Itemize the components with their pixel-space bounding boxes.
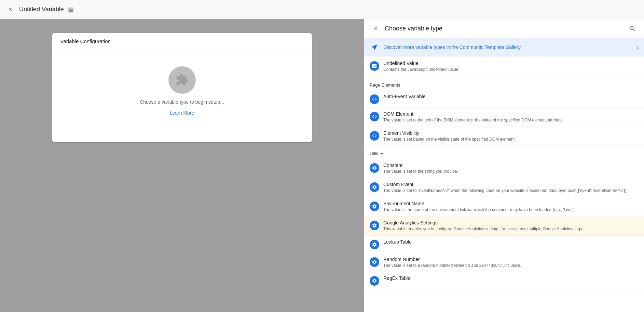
panel-close-button[interactable]: ×	[370, 23, 382, 35]
config-icon-circle	[168, 66, 196, 94]
section-label: Utilities	[364, 146, 644, 159]
right-panel: × Choose variable type Discover more var…	[364, 19, 644, 312]
item-name: Environment Name	[383, 201, 639, 206]
community-template-row[interactable]: Discover more variable types in the Comm…	[364, 38, 644, 56]
code-icon	[370, 94, 379, 104]
top-bar: × Untitled Variable ▤	[0, 0, 644, 19]
undefined-name: Undefined Value	[383, 61, 639, 66]
item-name: Auto-Event Variable	[383, 94, 639, 99]
search-button[interactable]	[626, 23, 639, 35]
undefined-icon	[370, 61, 379, 71]
item-desc: The value is set to the string you provi…	[383, 169, 639, 174]
item-text: DOM ElementThe value is set to the text …	[383, 111, 639, 123]
item-text: Environment NameThe value is the name of…	[383, 201, 639, 213]
item-name: Lookup Table	[383, 239, 639, 245]
section-label: Page Elements	[364, 77, 644, 90]
item-name: DOM Element	[383, 111, 639, 117]
item-text: Google Analytics SettingsThis variable e…	[383, 220, 639, 232]
item-text: RegEx Table	[383, 275, 639, 282]
code-icon	[370, 112, 379, 121]
variable-item[interactable]: Element VisibilityThe value is set based…	[364, 127, 644, 146]
community-icon	[370, 42, 379, 52]
code-icon	[370, 131, 379, 141]
item-name: Random Number	[383, 257, 639, 262]
item-name: Google Analytics Settings	[383, 220, 639, 225]
close-button[interactable]: ×	[5, 5, 15, 14]
item-text: Lookup Table	[383, 239, 639, 245]
sections-container: Page ElementsAuto-Event VariableDOM Elem…	[364, 77, 644, 290]
variable-item[interactable]: Lookup Table	[364, 236, 644, 253]
item-text: ConstantThe value is set to the string y…	[383, 162, 639, 174]
variable-item[interactable]: DOM ElementThe value is set to the text …	[364, 108, 644, 127]
panel-header: × Choose variable type	[364, 19, 644, 38]
item-name: RegEx Table	[383, 275, 639, 281]
gear-icon	[370, 276, 379, 286]
gear-icon	[370, 257, 379, 267]
item-text: Auto-Event Variable	[383, 94, 639, 100]
variable-item[interactable]: Environment NameThe value is the name of…	[364, 197, 644, 217]
variable-config-card: Variable Configuration Choose a variable…	[52, 33, 312, 142]
learn-more-link[interactable]: Learn More	[170, 110, 194, 116]
item-text: Custom EventThe value is set to "eventNa…	[383, 182, 639, 194]
main-content: Variable Configuration Choose a variable…	[0, 19, 644, 312]
page-title: Untitled Variable	[19, 6, 64, 13]
item-desc: This variable enables you to configure G…	[383, 226, 639, 232]
item-name: Constant	[383, 162, 639, 168]
variable-item[interactable]: Google Analytics SettingsThis variable e…	[364, 217, 644, 236]
undefined-value-item[interactable]: Undefined Value Contains the JavaScript …	[364, 56, 644, 77]
panel-title: Choose variable type	[385, 25, 626, 32]
undefined-desc: Contains the JavaScript 'undefined' valu…	[383, 67, 639, 73]
gear-icon	[370, 221, 379, 230]
gear-icon	[370, 202, 379, 211]
gear-icon	[370, 182, 379, 192]
community-text: Discover more variable types in the Comm…	[383, 44, 632, 50]
config-prompt: Choose a variable type to begin setup...	[140, 99, 224, 105]
variable-item[interactable]: Random NumberThe value is set to a rando…	[364, 253, 644, 272]
item-text: Random NumberThe value is set to a rando…	[383, 257, 639, 269]
folder-icon[interactable]: ▤	[68, 6, 74, 13]
variable-item[interactable]: Custom EventThe value is set to "eventNa…	[364, 178, 644, 197]
item-desc: The value is set to the text of the DOM …	[383, 117, 639, 123]
puzzle-icon	[175, 73, 189, 87]
variable-list: Discover more variable types in the Comm…	[364, 38, 644, 312]
variable-item[interactable]: RegEx Table	[364, 272, 644, 289]
item-desc: The value is set to a random number betw…	[383, 263, 639, 269]
chevron-right-icon: ›	[636, 44, 639, 51]
gear-icon	[370, 163, 379, 173]
variable-config-body: Choose a variable type to begin setup...…	[52, 50, 312, 132]
item-desc: The value is set based on the visible st…	[383, 136, 639, 142]
variable-config-header: Variable Configuration	[52, 33, 312, 50]
variable-item[interactable]: Auto-Event Variable	[364, 90, 644, 108]
gear-icon	[370, 240, 379, 249]
item-text: Element VisibilityThe value is set based…	[383, 130, 639, 142]
variable-item[interactable]: ConstantThe value is set to the string y…	[364, 159, 644, 178]
item-name: Custom Event	[383, 182, 639, 187]
item-desc: The value is the name of the environment…	[383, 207, 639, 213]
left-panel: Variable Configuration Choose a variable…	[0, 19, 364, 312]
undefined-text: Undefined Value Contains the JavaScript …	[383, 61, 639, 73]
item-desc: The value is set to "eventNameXYZ" when …	[383, 188, 639, 194]
item-name: Element Visibility	[383, 130, 639, 136]
